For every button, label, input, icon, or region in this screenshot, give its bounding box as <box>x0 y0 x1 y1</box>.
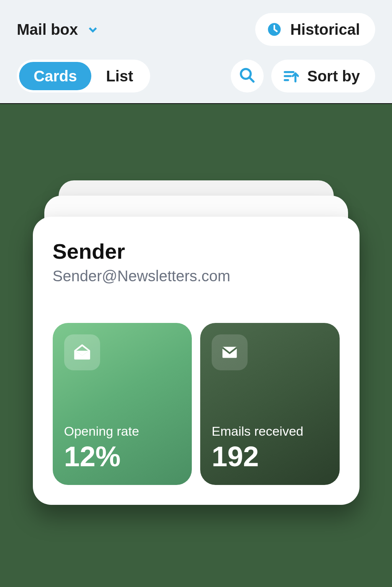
mailbox-select-label: Mail box <box>17 21 78 38</box>
header-row-top: Mail box Historical <box>17 13 375 46</box>
search-button[interactable] <box>231 60 264 92</box>
view-toggle: Cards List <box>17 60 150 92</box>
content-area: Sender Sender@Newsletters.com Opening ra… <box>0 104 392 587</box>
search-icon <box>239 67 256 85</box>
view-toggle-list[interactable]: List <box>91 62 147 90</box>
sort-icon <box>283 68 299 84</box>
clock-icon <box>267 22 282 37</box>
sender-title: Sender <box>53 239 340 264</box>
tile-emails-received-label: Emails received <box>212 424 328 439</box>
tile-opening-rate-value: 12% <box>64 440 181 473</box>
sender-card[interactable]: Sender Sender@Newsletters.com Opening ra… <box>33 217 360 505</box>
header-row-controls: Cards List Sort by <box>17 60 375 92</box>
view-toggle-cards[interactable]: Cards <box>19 62 91 90</box>
open-envelope-icon <box>64 334 100 370</box>
historical-button[interactable]: Historical <box>255 13 375 46</box>
sender-email: Sender@Newsletters.com <box>53 268 340 285</box>
tile-opening-rate-label: Opening rate <box>64 424 181 439</box>
sort-button[interactable]: Sort by <box>271 60 375 92</box>
tile-emails-received-value: 192 <box>212 440 328 473</box>
header: Mail box Historical Cards List <box>0 0 392 103</box>
tile-opening-rate[interactable]: Opening rate 12% <box>53 323 192 485</box>
sort-label: Sort by <box>307 68 360 85</box>
historical-label: Historical <box>290 21 360 38</box>
tile-emails-received[interactable]: Emails received 192 <box>200 323 340 485</box>
metric-tiles: Opening rate 12% Emails received 192 <box>53 323 340 485</box>
mailbox-select[interactable]: Mail box <box>17 21 99 38</box>
svg-line-2 <box>250 78 254 81</box>
chevron-down-icon <box>87 24 99 35</box>
envelope-icon <box>212 334 248 370</box>
